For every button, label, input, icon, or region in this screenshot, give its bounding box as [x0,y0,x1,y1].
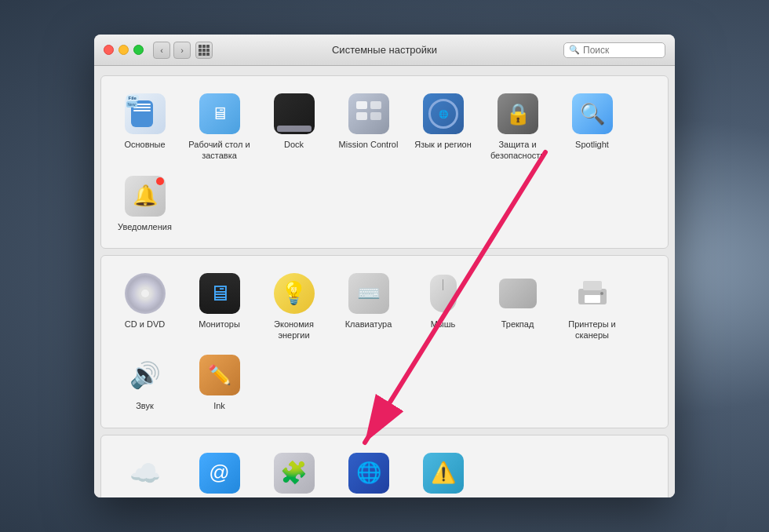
extensions-icon-wrapper: 🧩 [272,451,316,495]
pref-keyboard[interactable]: ⌨️ Клавиатура [331,265,406,348]
cddvd-label: CD и DVD [125,319,165,330]
pref-sharing[interactable]: ⚠️ Общий доступ [406,445,480,497]
grid-icon [199,45,210,56]
ink-label: Ink [213,400,225,411]
dock-icon [274,93,315,134]
svg-rect-1 [370,101,381,109]
svg-rect-0 [356,101,367,109]
network-icon-wrapper: 🌐 [347,451,391,495]
pref-icloud[interactable]: ☁️ iCloud [108,445,182,497]
extensions-icon: 🧩 [274,453,315,494]
cddvd-icon-wrapper [123,271,167,315]
mouse-label: Мышь [431,319,456,330]
mission-label: Mission Control [339,139,399,150]
trackpad-icon-wrapper [496,271,540,315]
printers-icon-wrapper [570,271,614,315]
general-icon: File New [125,93,166,134]
printers-label: Принтеры и сканеры [558,319,626,341]
dock-label: Dock [284,139,304,150]
section-internet-grid: ☁️ iCloud @ Учетные записи Интернета 🧩 [108,445,661,497]
icloud-icon: ☁️ [129,458,161,488]
pref-accounts[interactable]: @ Учетные записи Интернета [182,445,257,497]
search-icon: 🔍 [569,45,580,55]
notifications-icon-wrapper: 🔔 [123,174,167,218]
notifications-label: Уведомления [118,221,172,232]
all-prefs-button[interactable] [195,42,213,59]
close-button[interactable] [104,45,114,55]
pref-extensions[interactable]: 🧩 Расширения [257,445,331,497]
spotlight-icon-wrapper: 🔍 [570,92,614,136]
window-title: Системные настройки [332,44,437,56]
svg-rect-6 [585,295,600,303]
general-label: Основные [124,139,165,150]
pref-mission[interactable]: Mission Control [331,86,406,168]
keyboard-icon: ⌨️ [348,273,389,314]
icloud-icon-wrapper: ☁️ [123,451,167,495]
ink-icon-wrapper: ✏️ [198,353,242,397]
general-icon-wrapper: File New [123,92,167,136]
sound-icon: 🔊 [129,360,161,390]
accounts-icon: @ [199,453,240,494]
maximize-button[interactable] [133,45,144,55]
pref-trackpad[interactable]: Трекпад [480,265,555,348]
security-icon-wrapper: 🔒 [496,92,540,136]
section-hardware: CD и DVD 🖥 Мониторы 💡 Экономия энергии [100,255,669,428]
titlebar: ‹ › Системные настройки 🔍 [94,35,675,66]
traffic-lights [104,45,144,55]
pref-cddvd[interactable]: CD и DVD [108,265,182,348]
cddvd-icon [125,273,166,314]
pref-lang[interactable]: 🌐 Язык и регион [406,86,480,168]
pref-sound[interactable]: 🔊 Звук [108,347,182,417]
mission-icon-wrapper [347,92,391,136]
pref-notifications[interactable]: 🔔 Уведомления [108,168,182,239]
pref-desktop[interactable]: 🖥 Рабочий стол и заставка [182,86,257,168]
printers-icon [572,273,613,314]
network-icon: 🌐 [348,453,389,494]
pref-monitors[interactable]: 🖥 Мониторы [182,265,257,348]
minimize-button[interactable] [118,45,129,55]
pref-mouse[interactable]: Мышь [406,265,480,348]
sound-icon-wrapper: 🔊 [123,353,167,397]
monitors-icon: 🖥 [199,273,240,314]
keyboard-icon-wrapper: ⌨️ [347,271,391,315]
mouse-icon-wrapper [421,271,465,315]
desktop-icon: 🖥 [199,93,240,134]
desktop-label: Рабочий стол и заставка [185,139,253,162]
svg-point-7 [600,292,603,295]
desktop-icon-wrapper: 🖥 [198,92,242,136]
lang-icon-wrapper: 🌐 [421,92,465,136]
energy-icon: 💡 [274,273,315,314]
pref-dock[interactable]: Dock [257,86,331,168]
svg-rect-2 [356,112,367,120]
preferences-content: File New Основные 🖥 Рабочий стол и заста… [94,66,675,497]
mouse-shape [430,275,457,312]
pref-ink[interactable]: ✏️ Ink [182,347,257,417]
notifications-icon: 🔔 [125,176,166,217]
monitors-icon-wrapper: 🖥 [198,271,242,315]
trackpad-label: Трекпад [501,319,534,330]
sharing-icon: ⚠️ [423,453,464,494]
back-button[interactable]: ‹ [153,42,170,59]
lang-icon: 🌐 [423,93,464,134]
mouse-icon [423,273,464,314]
pref-security[interactable]: 🔒 Защита и безопасность [480,86,555,168]
section-internet: ☁️ iCloud @ Учетные записи Интернета 🧩 [100,435,669,497]
pref-network[interactable]: 🌐 Сеть [331,445,406,497]
forward-button[interactable]: › [173,42,191,59]
notif-badge [156,177,164,185]
pref-printers[interactable]: Принтеры и сканеры [555,265,629,348]
pref-general[interactable]: File New Основные [108,86,182,168]
lang-label: Язык и регион [414,139,472,150]
trackpad-icon [497,273,538,314]
keyboard-label: Клавиатура [345,319,392,330]
dock-icon-wrapper [272,92,316,136]
energy-label: Экономия энергии [260,319,328,341]
pref-spotlight[interactable]: 🔍 Spotlight [555,86,629,168]
mission-icon [348,93,389,134]
nav-buttons: ‹ › [153,42,191,59]
svg-rect-3 [370,112,381,120]
search-box[interactable]: 🔍 [563,42,665,58]
search-input[interactable] [583,45,660,56]
pref-energy[interactable]: 💡 Экономия энергии [257,265,331,348]
section-personal: File New Основные 🖥 Рабочий стол и заста… [100,75,669,249]
